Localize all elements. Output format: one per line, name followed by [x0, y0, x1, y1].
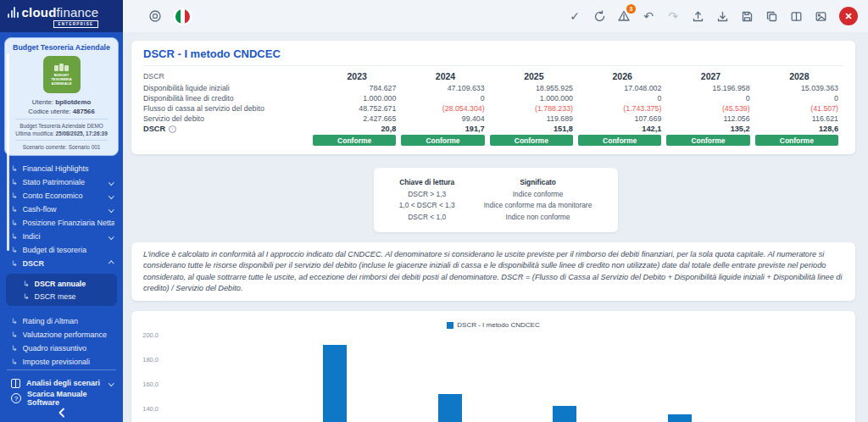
chart-bar-2025[interactable]	[438, 394, 462, 422]
sidebar-item-dscr[interactable]: ↳DSCR	[0, 257, 123, 270]
upload-icon[interactable]	[689, 8, 706, 25]
sidebar-item-scarica-manuale[interactable]: ? Scarica Manuale Software	[0, 391, 123, 406]
sidebar-menu: ↳Financial Highlights↳Stato Patrimoniale…	[0, 162, 123, 369]
submenu-arrow-icon: ↳	[11, 259, 18, 268]
submenu-arrow-icon: ↳	[11, 219, 18, 227]
export-image-icon[interactable]	[812, 8, 829, 25]
sidebar-item-budget-di-tesoreria[interactable]: ↳Budget di tesoreria	[0, 243, 123, 257]
sidebar-item-quadro-riassuntivo[interactable]: ↳Quadro riassuntivo	[0, 341, 123, 355]
submenu-arrow-icon: ↳	[23, 280, 30, 288]
table-row: Servizio del debito2.427.66599.404119.68…	[143, 114, 843, 124]
submenu-arrow-icon: ↳	[11, 164, 18, 173]
table-cell: 151,8	[490, 124, 578, 134]
table-cell: 112.056	[666, 114, 754, 124]
scenario-line: Scenario corrente: Scenario 001	[8, 143, 114, 151]
table-cell: 1.000.000	[490, 93, 578, 103]
table-cell: 2.427.665	[313, 114, 401, 124]
chart-bar-2026[interactable]	[553, 406, 576, 422]
chevron-down-icon	[108, 207, 114, 212]
table-cell: 18.955.925	[490, 83, 578, 93]
sidebar-item-analisi-scenari[interactable]: Analisi degli scenari	[0, 375, 123, 391]
table-cell: 191,7	[401, 124, 489, 134]
demo-line: Budget Tesoreria Aziendale DEMO	[8, 122, 114, 130]
sidebar-footer: Analisi degli scenari ? Scarica Manuale …	[0, 369, 123, 420]
user-line: Utente: bpilotdemo	[8, 97, 114, 107]
table-cell: 0	[755, 93, 843, 103]
close-button[interactable]: ✕	[839, 7, 858, 25]
row-label: Disponibilità linee di credito	[143, 93, 313, 103]
meaning-column: Significato Indice conforme Indice confo…	[484, 177, 593, 223]
table-cell: 116.621	[755, 114, 843, 124]
table-cell: 15.196.958	[666, 83, 754, 93]
columns-icon	[11, 379, 20, 388]
submenu-arrow-icon: ↳	[11, 192, 18, 200]
table-cell: 0	[578, 93, 666, 103]
dscr-chart-card: DSCR - I metodo CNDCEC 200,0180,0160,014…	[131, 311, 855, 422]
budget-tesoreria-icon: BUDGET TESORERIA AZIENDALE	[43, 56, 81, 93]
table-cell: 47.109.633	[401, 83, 489, 93]
table-cell: (1.788.233)	[490, 103, 578, 114]
brand-logo: cloudfinance ENTERPRISE	[8, 5, 98, 28]
year-header: 2023	[313, 69, 401, 83]
chart-bar-2024[interactable]	[323, 345, 347, 422]
info-icon[interactable]: i	[169, 125, 176, 133]
submenu-arrow-icon: ↳	[11, 344, 18, 353]
sidebar-item-posizione-finanziaria-netta[interactable]: ↳Posizione Finanziaria Netta	[0, 216, 123, 230]
focus-icon[interactable]	[147, 8, 164, 25]
redo-icon[interactable]: ↷	[665, 8, 682, 25]
sidebar-item-rating-di-altman[interactable]: ↳Rating di Altman	[0, 314, 123, 328]
question-circle-icon: ?	[11, 393, 21, 403]
sidebar-item-indici[interactable]: ↳Indici	[0, 230, 123, 243]
submenu-arrow-icon: ↳	[11, 246, 18, 254]
chevron-down-icon	[108, 234, 114, 239]
save-icon[interactable]	[738, 8, 755, 25]
status-badge: Conforme	[313, 135, 396, 146]
language-flag-italy[interactable]	[175, 9, 190, 24]
sidebar-scrollbar[interactable]	[7, 53, 9, 251]
page-title: DSCR - I metodo CNDCEC	[143, 47, 843, 66]
brand-name: cloudfinance	[22, 5, 99, 19]
table-cell: (28.054.304)	[401, 103, 489, 114]
download-icon[interactable]	[714, 8, 731, 25]
sidebar-collapse-button[interactable]	[0, 406, 123, 420]
dscr-table: DSCR202320242025202620272028Disponibilit…	[143, 69, 843, 147]
chart-bar-2027[interactable]	[668, 414, 692, 422]
table-cell: (45.539)	[666, 103, 754, 114]
table-row: Disponibilità liquide iniziali784.62747.…	[143, 83, 843, 93]
table-cell: 128,6	[755, 124, 843, 134]
sidebar-item-conto-economico[interactable]: ↳Conto Economico	[0, 189, 123, 203]
sidebar-item-stato-patrimoniale[interactable]: ↳Stato Patrimoniale	[0, 175, 123, 189]
status-badge: Conforme	[578, 135, 661, 146]
sidebar-item-dscr-mese[interactable]: ↳DSCR mese	[6, 290, 117, 303]
table-cell: 99.404	[401, 114, 489, 124]
table-row: Disponibilità linee di credito1.000.0000…	[143, 93, 843, 103]
sidebar-item-valutazione-performance[interactable]: ↳Valutazione performance	[0, 328, 123, 341]
submenu-arrow-icon: ↳	[11, 232, 18, 241]
sidebar-item-imposte-previsionali[interactable]: ↳Imposte previsionali	[0, 355, 123, 369]
submenu-arrow-icon: ↳	[23, 292, 30, 301]
reading-key-column: Chiave di lettura DSCR > 1,3 1,0 < DSCR …	[399, 177, 455, 223]
year-header: 2026	[578, 69, 666, 83]
submenu-arrow-icon: ↳	[11, 205, 18, 214]
confirm-check-icon[interactable]: ✓	[566, 8, 583, 25]
copy-icon[interactable]	[763, 8, 780, 25]
sidebar-item-financial-highlights[interactable]: ↳Financial Highlights	[0, 162, 123, 175]
top-toolbar: ✓ 3 ↶ ↷ ✕	[123, 0, 868, 32]
refresh-icon[interactable]	[591, 8, 608, 25]
chart-legend[interactable]: DSCR - I metodo CNDCEC	[131, 311, 855, 329]
submenu-arrow-icon: ↳	[11, 358, 18, 366]
logo-strip: cloudfinance ENTERPRISE	[0, 0, 123, 32]
sidebar-item-dscr-annuale[interactable]: ↳DSCR annuale	[6, 277, 117, 290]
split-view-icon[interactable]	[787, 8, 804, 25]
notification-count-badge: 3	[626, 4, 636, 14]
sidebar-item-cash-flow[interactable]: ↳Cash-flow	[0, 203, 123, 216]
y-axis-tick: 160,0	[135, 380, 159, 388]
y-axis-tick: 140,0	[135, 405, 159, 413]
warnings-icon[interactable]: 3	[615, 8, 632, 25]
table-cell: (1.743.375)	[578, 103, 666, 114]
undo-icon[interactable]: ↶	[640, 8, 657, 25]
table-cell: 15.039.363	[755, 83, 843, 93]
dscr-table-card: DSCR - I metodo CNDCEC DSCR2023202420252…	[131, 41, 855, 154]
enterprise-badge: ENTERPRISE	[53, 20, 99, 28]
index-description: L'indice è calcolato in conformità al I …	[143, 249, 843, 294]
